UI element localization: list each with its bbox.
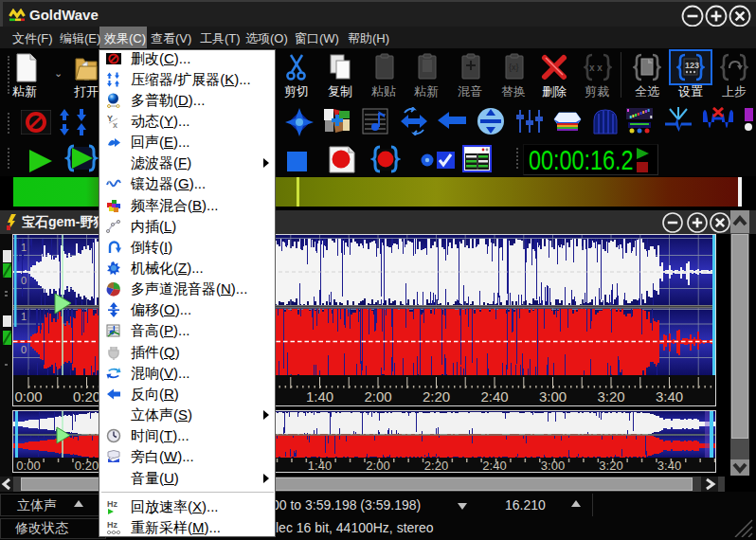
svg-text:2:00: 2:00 (364, 388, 391, 405)
svg-text:0:00: 0:00 (16, 459, 40, 472)
svg-text:x: x (113, 120, 117, 129)
svg-text:1:40: 1:40 (306, 388, 333, 405)
svg-text:123: 123 (685, 61, 699, 70)
svg-text:3:40: 3:40 (657, 459, 681, 472)
svg-text:3:20: 3:20 (597, 388, 624, 405)
svg-text:3:00: 3:00 (539, 388, 567, 405)
svg-text:0:20: 0:20 (75, 459, 99, 472)
svg-text:1: 1 (21, 311, 27, 322)
svg-text:0:20: 0:20 (73, 388, 100, 405)
svg-text:0: 0 (21, 344, 27, 355)
svg-text:3:20: 3:20 (599, 459, 622, 472)
svg-text:1: 1 (21, 242, 27, 253)
svg-text:2:20: 2:20 (423, 388, 450, 405)
svg-text:3:40: 3:40 (656, 388, 683, 405)
svg-text:2:00: 2:00 (366, 459, 389, 472)
svg-text:x x: x x (589, 63, 603, 73)
svg-text:2:40: 2:40 (480, 388, 508, 405)
svg-text:{x}: {x} (509, 63, 519, 72)
svg-text:0:00: 0:00 (14, 388, 42, 405)
svg-text:2:40: 2:40 (482, 459, 506, 472)
svg-text:0: 0 (21, 275, 27, 286)
svg-text:2:20: 2:20 (424, 459, 448, 472)
svg-text:3:00: 3:00 (541, 459, 565, 472)
svg-text:1:40: 1:40 (308, 459, 332, 472)
svg-text:Hz: Hz (107, 499, 117, 509)
svg-text:Hz: Hz (107, 520, 117, 530)
